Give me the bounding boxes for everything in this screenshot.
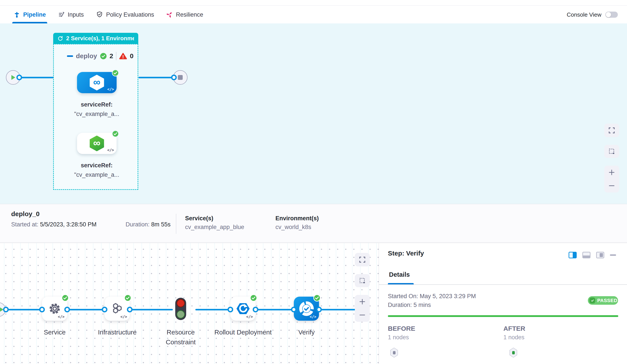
inputs-icon [58,11,65,18]
stage-services-badge[interactable]: 2 Service(s), 1 Environme... [53,33,138,44]
environments-label: Environment(s) [275,215,319,222]
zoom-in-icon[interactable] [608,169,615,176]
console-view-toggle[interactable] [605,12,618,18]
after-node-icon[interactable] [510,348,517,358]
service-node-1[interactable]: ∞ </> [77,72,117,93]
duration: Duration: 8m 55s [126,221,171,228]
check-icon [589,298,595,303]
after-label: AFTER [503,325,525,332]
divider [116,52,116,60]
connector-dot [316,307,322,312]
rollout-icon [235,302,251,316]
fullscreen-icon [608,127,615,134]
code-icon: </> [107,148,114,152]
green-light [177,310,185,318]
pipeline-execution-page: Pipeline Inputs Policy Evaluations Resil… [0,0,627,364]
minimize-panel-icon[interactable] [610,255,616,256]
edge-stage-to-end [139,77,174,78]
step-label: Resource Constraint [152,327,209,347]
console-view-label: Console View [567,11,601,18]
success-count: 2 [110,52,113,60]
before-node-icon[interactable] [390,348,398,358]
tab-resilience[interactable]: Resilience [166,6,203,23]
success-check-icon [313,294,321,303]
panel-title: Step: Verify [388,250,424,257]
layout-bottom-panel-icon[interactable] [582,252,590,258]
step-node-verify[interactable]: </> [294,297,319,321]
tab-label: Policy Evaluations [106,11,154,18]
stage-run-summary: deploy_0 Started at: 5/5/2023, 3:28:50 P… [0,204,627,243]
step-details-panel: Step: Verify Details Started On: May 5, … [379,243,627,364]
edge [195,309,231,311]
red-light [177,299,185,307]
tab-pipeline[interactable]: Pipeline [14,6,46,23]
step-label: Verify [278,327,335,337]
before-count: 1 nodes [388,334,409,341]
tab-details[interactable]: Details [389,271,410,278]
success-check-icon [124,294,131,303]
fullscreen-button[interactable] [355,253,370,266]
step-node-rollout-deployment[interactable]: </> [230,297,256,321]
connector-dot [227,307,233,312]
code-icon: </> [246,314,253,319]
services-label: Service(s) [185,215,213,222]
status-badge: PASSED [588,296,618,305]
harness-logo-icon: ∞ [90,136,104,151]
step-node-infrastructure[interactable]: </> [104,297,130,321]
edge [255,309,294,311]
loop-icon [57,35,63,42]
environments-value: cv_world_k8s [275,224,311,231]
panel-layout-controls [569,252,616,258]
zoom-controls [355,295,370,322]
code-icon: </> [120,314,127,319]
step-progress-bar [388,315,618,317]
failed-count-icon [119,53,127,59]
stage-name: deploy [76,52,97,60]
connector-dot [64,307,70,312]
resource-constraint-icon[interactable] [175,298,186,320]
console-view-control: Console View [567,11,627,18]
step-duration: Duration: 5 mins [388,302,431,309]
layout-floating-panel-icon[interactable] [596,252,604,258]
success-check-icon [61,294,69,303]
zoom-out-icon[interactable] [359,312,366,318]
stage-run-name: deploy_0 [11,210,40,218]
step-label: Infrastructure [89,327,146,337]
select-area-button[interactable] [604,145,619,158]
connector-dot [171,75,177,80]
stage-header: deploy 2 0 [67,52,133,60]
stage-graph-canvas[interactable]: 2 Service(s), 1 Environme... deploy 2 0 … [0,23,627,204]
select-area-button[interactable] [355,274,370,287]
stage-badge-label: 2 Service(s), 1 Environme... [66,35,134,42]
step-node-service[interactable]: </> [42,297,67,321]
zoom-controls [604,166,619,193]
service-node-1-label: serviceRef: "cv_example_a... [68,100,125,119]
layout-right-panel-icon[interactable] [569,252,577,258]
tab-policy-evaluations[interactable]: Policy Evaluations [96,6,154,23]
after-count: 1 nodes [503,334,524,341]
step-label: Service [26,327,83,337]
harness-logo-icon: ∞ [90,75,104,91]
service-node-2-label: serviceRef: "cv_example_a... [68,161,125,180]
zoom-in-icon[interactable] [359,298,366,305]
divider [176,214,176,234]
connector-dot [39,307,45,312]
tab-inputs[interactable]: Inputs [58,6,84,23]
services-value: cv_example_app_blue [185,224,244,231]
connector-dot [253,307,258,312]
edge [319,309,361,311]
success-check-icon [250,294,257,303]
connector-dot [102,307,107,312]
connector-dot [291,307,297,312]
shield-check-icon [96,11,103,18]
fullscreen-icon [359,256,366,263]
execution-graph-canvas[interactable]: </> Service </> Infrastructure Resource … [0,243,379,364]
connector-dot [3,307,9,312]
zoom-out-icon[interactable] [608,182,615,189]
collapse-stage-icon[interactable] [67,55,73,57]
fullscreen-button[interactable] [604,124,619,137]
service-node-2[interactable]: ∞ </> [77,133,117,154]
pipeline-icon [14,11,20,18]
infrastructure-icon [110,302,124,315]
marquee-icon [359,277,366,284]
